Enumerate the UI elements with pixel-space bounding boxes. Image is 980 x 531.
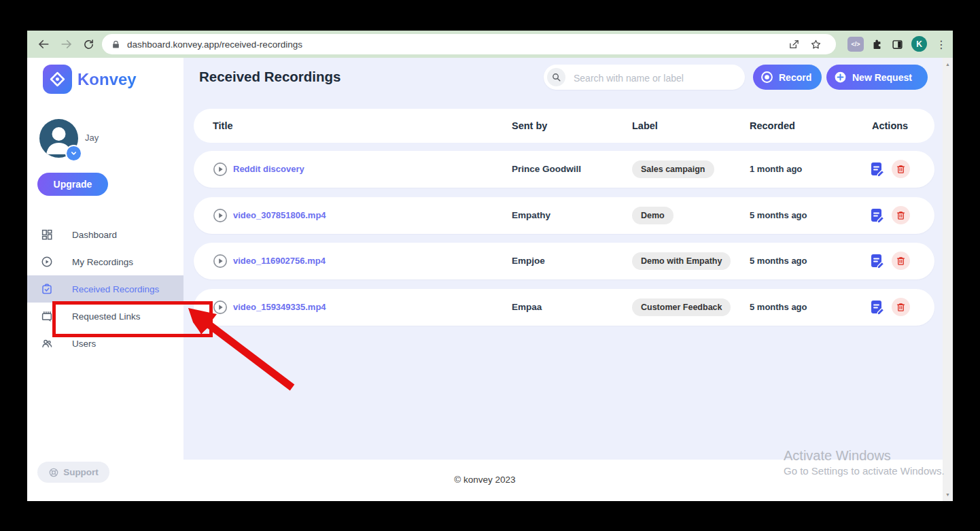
- users-icon: [41, 337, 53, 349]
- plus-circle-icon: [833, 70, 847, 84]
- lock-icon: [111, 40, 120, 49]
- table-row: video_159349335.mp4 Empaa Customer Feedb…: [194, 289, 934, 326]
- edit-icon[interactable]: [869, 160, 886, 178]
- sidebar-item-label: Dashboard: [72, 230, 117, 240]
- table-row: video_116902756.mp4 Empjoe Demo with Emp…: [194, 243, 934, 279]
- forward-icon[interactable]: [58, 36, 75, 52]
- page-title: Received Recordings: [199, 69, 341, 85]
- user-name: Jay: [85, 133, 99, 143]
- sidebar-item-received-recordings[interactable]: Received Recordings: [27, 275, 183, 303]
- chevron-down-icon[interactable]: [65, 145, 82, 162]
- label-badge: Sales campaign: [632, 160, 714, 178]
- scroll-down-icon[interactable]: [943, 490, 953, 500]
- app-viewport: © konvey 2023 Konvey: [27, 58, 953, 501]
- recorded-cell: 5 months ago: [750, 243, 807, 279]
- sidebar-item-label: Users: [72, 339, 96, 349]
- table-row: video_307851806.mp4 Empathy Demo 5 month…: [194, 197, 934, 234]
- film-clapper-icon: [41, 310, 53, 322]
- scroll-up-icon[interactable]: [943, 59, 953, 69]
- column-header-label: Label: [632, 109, 658, 143]
- page-scrollbar[interactable]: [943, 58, 953, 501]
- play-icon[interactable]: [213, 162, 228, 177]
- recording-title-link[interactable]: video_116902756.mp4: [233, 243, 326, 279]
- table-row: Reddit discovery Prince Goodwill Sales c…: [194, 151, 934, 188]
- play-icon[interactable]: [213, 208, 228, 223]
- reload-icon[interactable]: [80, 36, 97, 52]
- play-circle-icon: [41, 256, 53, 268]
- label-badge: Demo: [632, 207, 673, 224]
- extensions-puzzle-icon[interactable]: [869, 36, 885, 52]
- sidebar-item-dashboard[interactable]: Dashboard: [27, 221, 183, 248]
- edit-icon[interactable]: [869, 207, 886, 224]
- record-label: Record: [779, 72, 811, 83]
- split-screen-icon[interactable]: [889, 36, 905, 52]
- support-icon: [48, 467, 59, 478]
- sidebar: Konvey Jay Upgrade Dashboard: [27, 58, 183, 501]
- code-extension-icon[interactable]: </>: [847, 37, 864, 52]
- brand-logo[interactable]: Konvey: [43, 65, 137, 94]
- record-icon: [760, 70, 774, 84]
- main-content: Received Recordings Record: [183, 58, 943, 460]
- delete-icon[interactable]: [892, 206, 910, 224]
- recording-title-link[interactable]: Reddit discovery: [233, 151, 304, 188]
- sidebar-item-my-recordings[interactable]: My Recordings: [27, 248, 183, 275]
- sent-by-cell: Prince Goodwill: [512, 151, 581, 188]
- dashboard-icon: [41, 228, 53, 241]
- recorded-cell: 5 months ago: [750, 289, 807, 326]
- play-icon[interactable]: [213, 300, 228, 315]
- sidebar-item-label: My Recordings: [72, 257, 133, 267]
- column-header-actions: Actions: [872, 109, 908, 143]
- sent-by-cell: Empaa: [512, 289, 542, 326]
- browser-window: dashboard.konvey.app/received-recordings…: [27, 31, 953, 501]
- delete-icon[interactable]: [892, 252, 910, 270]
- search-icon: [547, 68, 565, 86]
- browser-menu-icon[interactable]: [935, 36, 947, 52]
- delete-icon[interactable]: [892, 160, 910, 178]
- recording-title-link[interactable]: video_159349335.mp4: [233, 289, 326, 326]
- konvey-logo-icon: [43, 65, 72, 94]
- new-request-button[interactable]: New Request: [826, 65, 928, 90]
- edit-icon[interactable]: [869, 298, 886, 316]
- label-badge: Demo with Empathy: [632, 252, 731, 270]
- column-header-title: Title: [213, 109, 233, 143]
- upgrade-button[interactable]: Upgrade: [37, 173, 108, 196]
- browser-toolbar: dashboard.konvey.app/received-recordings…: [27, 31, 953, 58]
- url-bar[interactable]: dashboard.konvey.app/received-recordings: [102, 34, 836, 54]
- record-button[interactable]: Record: [753, 65, 822, 90]
- browser-profile-avatar[interactable]: K: [911, 36, 927, 52]
- support-button[interactable]: Support: [37, 462, 109, 483]
- sent-by-cell: Empjoe: [512, 243, 545, 279]
- play-icon[interactable]: [213, 254, 228, 269]
- column-header-recorded: Recorded: [750, 109, 795, 143]
- search-box: [544, 65, 745, 90]
- edit-icon[interactable]: [869, 252, 886, 270]
- screenshot-root: dashboard.konvey.app/received-recordings…: [0, 0, 980, 531]
- url-text: dashboard.konvey.app/received-recordings: [127, 39, 302, 50]
- support-label: Support: [63, 467, 99, 477]
- column-header-sent-by: Sent by: [512, 109, 547, 143]
- label-badge: Customer Feedback: [632, 298, 731, 316]
- clipboard-check-icon: [41, 283, 53, 295]
- delete-icon[interactable]: [892, 298, 910, 316]
- recorded-cell: 1 month ago: [750, 151, 802, 188]
- brand-name: Konvey: [77, 70, 137, 89]
- sidebar-item-label: Received Recordings: [72, 284, 159, 294]
- back-icon[interactable]: [35, 36, 52, 52]
- table-header: Title Sent by Label Recorded Actions: [194, 109, 934, 143]
- recorded-cell: 5 months ago: [750, 197, 807, 234]
- new-request-label: New Request: [852, 72, 912, 83]
- share-icon[interactable]: [786, 36, 802, 52]
- search-input[interactable]: [572, 65, 739, 91]
- annotation-red-box: [52, 301, 213, 337]
- recording-title-link[interactable]: video_307851806.mp4: [233, 197, 326, 234]
- sent-by-cell: Empathy: [512, 197, 550, 234]
- star-icon[interactable]: [807, 36, 824, 52]
